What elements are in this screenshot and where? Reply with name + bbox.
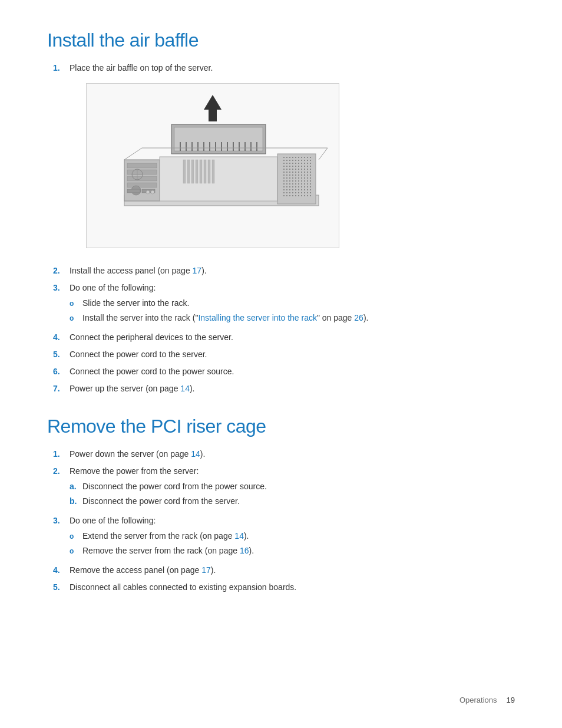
svg-rect-102 xyxy=(289,192,290,193)
svg-rect-118 xyxy=(307,195,308,196)
alpha-item-2-2-a: Disconnect the power cord from the power… xyxy=(70,480,515,493)
heatsink2 xyxy=(187,160,190,183)
vent2 xyxy=(286,157,287,158)
svg-rect-109 xyxy=(310,192,311,193)
svg-rect-87 xyxy=(304,186,305,187)
svg-rect-0 xyxy=(283,163,285,164)
svg-rect-48 xyxy=(307,174,308,176)
vent20 xyxy=(310,160,311,161)
svg-rect-113 xyxy=(292,195,293,196)
svg-rect-23 xyxy=(292,169,293,170)
vent12 xyxy=(286,160,287,161)
svg-rect-71 xyxy=(286,183,287,185)
step-1-7-link[interactable]: 14 xyxy=(180,384,190,393)
svg-rect-85 xyxy=(298,186,299,187)
svg-rect-5 xyxy=(298,163,299,164)
step-2-2-text: Remove the power from the server: xyxy=(70,466,199,476)
vent10 xyxy=(310,157,311,158)
svg-rect-6 xyxy=(301,163,302,164)
step-1-2-link[interactable]: 17 xyxy=(193,266,202,275)
vent7 xyxy=(301,157,302,158)
svg-rect-8 xyxy=(307,163,308,164)
svg-rect-93 xyxy=(292,189,293,190)
vent4 xyxy=(292,157,293,158)
sub-item-1-3-1-text: Slide the server into the rack. xyxy=(82,297,189,309)
vent11 xyxy=(283,160,285,161)
footer-page: 19 xyxy=(507,696,515,704)
svg-rect-28 xyxy=(307,169,308,170)
step-1-7-text-before: Power up the server (on page xyxy=(70,384,180,393)
vent9 xyxy=(307,157,308,158)
svg-rect-101 xyxy=(286,192,287,193)
sub-item-1-3-1: Slide the server into the rack. xyxy=(70,297,515,309)
vent6 xyxy=(298,157,299,158)
svg-rect-79 xyxy=(310,183,311,185)
sub-item-2-3-2-link[interactable]: 16 xyxy=(240,546,249,555)
sub-item-1-3-2-text: Install the server into the rack ("Insta… xyxy=(82,312,368,324)
svg-rect-59 xyxy=(310,177,311,179)
svg-rect-58 xyxy=(307,177,308,179)
svg-rect-50 xyxy=(283,177,285,179)
step-2-1-text-before: Power down the server (on page xyxy=(70,449,191,459)
sub-item-2-3-1-text: Extend the server from the rack (on page… xyxy=(82,530,249,542)
svg-rect-35 xyxy=(298,172,299,173)
svg-rect-90 xyxy=(283,189,285,190)
svg-rect-119 xyxy=(310,195,311,196)
svg-rect-21 xyxy=(286,169,287,170)
step-2-1-link[interactable]: 14 xyxy=(191,449,200,459)
step-1-5-text: Connect the power cord to the server. xyxy=(70,350,207,359)
heatsink5 xyxy=(200,160,202,183)
step-2-4: Remove the access panel (on page 17). xyxy=(53,564,515,577)
svg-rect-69 xyxy=(310,180,311,182)
svg-rect-107 xyxy=(304,192,305,193)
vent16 xyxy=(298,160,299,161)
svg-rect-116 xyxy=(301,195,302,196)
step-2-4-link[interactable]: 17 xyxy=(201,565,211,575)
step-1-7: Power up the server (on page 14). xyxy=(53,383,515,395)
svg-rect-67 xyxy=(304,180,305,182)
svg-rect-27 xyxy=(304,169,305,170)
svg-rect-52 xyxy=(289,177,290,179)
svg-rect-15 xyxy=(298,166,299,167)
svg-rect-92 xyxy=(289,189,290,190)
vent8 xyxy=(304,157,305,158)
svg-rect-60 xyxy=(283,180,285,182)
svg-rect-20 xyxy=(283,169,285,170)
step-1-3-text: Do one of the following: xyxy=(70,283,156,292)
svg-rect-88 xyxy=(307,186,308,187)
svg-rect-55 xyxy=(298,177,299,179)
step-1-4: Connect the peripheral devices to the se… xyxy=(53,331,515,344)
svg-rect-78 xyxy=(307,183,308,185)
right-panel xyxy=(277,154,316,204)
footer-label: Operations xyxy=(459,696,497,704)
svg-rect-70 xyxy=(283,183,285,185)
step-1-2: Install the access panel (on page 17). xyxy=(53,265,515,277)
step-1-7-text-after: ). xyxy=(190,384,195,393)
vent18 xyxy=(304,160,305,161)
svg-rect-64 xyxy=(295,180,296,182)
svg-rect-39 xyxy=(310,172,311,173)
sub-item-2-3-2: Remove the server from the rack (on page… xyxy=(70,545,515,557)
svg-rect-74 xyxy=(295,183,296,185)
sub-item-1-3-2-link2[interactable]: 26 xyxy=(354,313,363,322)
svg-rect-62 xyxy=(289,180,290,182)
svg-rect-99 xyxy=(310,189,311,190)
svg-rect-2 xyxy=(289,163,290,164)
step-1-2-text-before: Install the access panel (on page xyxy=(70,266,193,275)
sub-item-1-3-2-link[interactable]: Installing the server into the rack xyxy=(198,313,317,322)
svg-rect-53 xyxy=(292,177,293,179)
svg-rect-29 xyxy=(310,169,311,170)
svg-rect-96 xyxy=(301,189,302,190)
step-2-2: Remove the power from the server: Discon… xyxy=(53,465,515,510)
svg-rect-81 xyxy=(286,186,287,187)
svg-rect-57 xyxy=(304,177,305,179)
svg-rect-3 xyxy=(292,163,293,164)
svg-rect-66 xyxy=(301,180,302,182)
down-arrow xyxy=(204,95,222,121)
step-2-1: Power down the server (on page 14). xyxy=(53,448,515,460)
sub-item-2-3-1-link[interactable]: 14 xyxy=(234,531,244,541)
svg-rect-49 xyxy=(310,174,311,176)
section2-steps: Power down the server (on page 14). Remo… xyxy=(53,448,515,594)
btn2 xyxy=(151,190,154,194)
alpha-item-2-2-b: Disconnect the power cord from the serve… xyxy=(70,495,515,508)
